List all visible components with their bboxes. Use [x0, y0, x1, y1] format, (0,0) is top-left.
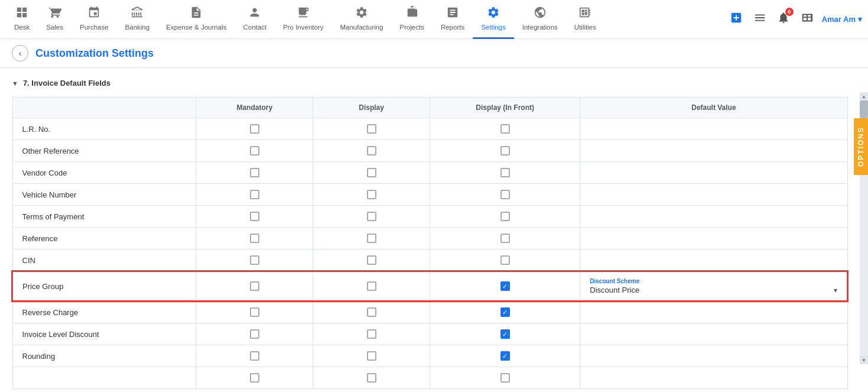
display-front-checkbox-terms-of-payment[interactable]: [500, 212, 510, 221]
nav-label-banking: Banking: [125, 24, 150, 31]
display-checkbox-price-group[interactable]: [367, 281, 376, 291]
top-nav: Desk Sales Purchase Banking Expense & Jo…: [0, 0, 868, 39]
display-front-checkbox-reference[interactable]: [500, 234, 510, 243]
add-button[interactable]: [727, 9, 745, 30]
default-value-cell-reference: [580, 228, 847, 250]
customize-button[interactable]: [751, 9, 769, 30]
table-row: Reverse Charge ✓: [12, 301, 847, 323]
display-front-cell-cin: [430, 250, 580, 272]
display-front-cell-terms-of-payment: [430, 206, 580, 228]
default-value-cell-rounding: [580, 345, 847, 367]
content-area: ▼ 7. Invoice Default Fields Mandatory Di…: [0, 68, 868, 392]
reports-icon: [446, 6, 459, 22]
section-label: 7. Invoice Default Fields: [23, 79, 110, 88]
display-checkbox-reverse-charge[interactable]: [367, 307, 376, 317]
display-checkbox-lr-no[interactable]: [367, 124, 376, 134]
display-front-checkbox-vendor-code[interactable]: [500, 168, 510, 177]
mandatory-cell-invoice-level-discount: [196, 323, 313, 345]
nav-item-integrations[interactable]: Integrations: [514, 0, 566, 39]
mandatory-cell-other-reference: [196, 140, 313, 162]
desk-icon: [15, 6, 28, 22]
default-value-cell-cin: [580, 250, 847, 272]
nav-item-settings[interactable]: Settings: [473, 0, 514, 39]
display-front-checkbox-rounding[interactable]: ✓: [500, 351, 510, 361]
display-checkbox-cin[interactable]: [367, 255, 376, 265]
nav-item-manufacturing[interactable]: Manufacturing: [331, 0, 391, 39]
display-front-checkbox-reverse-charge[interactable]: ✓: [500, 307, 510, 317]
mandatory-checkbox-reference[interactable]: [250, 234, 259, 243]
scroll-down-button[interactable]: ▼: [860, 356, 868, 364]
display-checkbox-vendor-code[interactable]: [367, 168, 376, 177]
mandatory-cell-reference: [196, 228, 313, 250]
nav-item-utilities[interactable]: Utilities: [566, 0, 604, 39]
nav-item-reports[interactable]: Reports: [433, 0, 473, 39]
settings-icon: [487, 6, 500, 22]
nav-item-proinventory[interactable]: Pro Inventory: [275, 0, 331, 39]
nav-item-expense[interactable]: Expense & Journals: [158, 0, 235, 39]
display-checkbox-terms-of-payment[interactable]: [367, 212, 376, 221]
svg-rect-1: [22, 8, 27, 12]
display-checkbox-reference[interactable]: [367, 234, 376, 243]
table-row: Vendor Code: [12, 162, 847, 184]
mandatory-checkbox-reverse-charge[interactable]: [250, 307, 259, 317]
display-front-cell-price-group: ✓: [430, 271, 580, 301]
display-checkbox-invoice-level-discount[interactable]: [367, 329, 376, 339]
mandatory-checkbox-lr-no[interactable]: [250, 124, 259, 134]
contact-icon: [248, 6, 261, 22]
default-value-dropdown-price-group[interactable]: Discount Price ▾: [590, 286, 837, 294]
table-row: Terms of Payment: [12, 206, 847, 228]
options-tab[interactable]: OPTIONS: [854, 118, 868, 175]
display-front-checkbox-invoice-level-discount[interactable]: ✓: [500, 329, 510, 339]
display-cell-price-group: [313, 271, 430, 301]
nav-label-proinventory: Pro Inventory: [283, 24, 323, 31]
nav-item-purchase[interactable]: Purchase: [71, 0, 117, 39]
utilities-icon: [578, 6, 591, 22]
layout-button[interactable]: [798, 9, 816, 30]
display-front-checkbox-other-reference[interactable]: [500, 146, 510, 155]
nav-item-sales[interactable]: Sales: [38, 0, 71, 39]
section-header[interactable]: ▼ 7. Invoice Default Fields: [12, 74, 856, 92]
mandatory-checkbox-invoice-level-discount[interactable]: [250, 329, 259, 339]
mandatory-checkbox-vendor-code[interactable]: [250, 168, 259, 177]
nav-item-desk[interactable]: Desk: [6, 0, 38, 39]
user-menu-button[interactable]: Amar Am ▾: [822, 15, 862, 24]
scroll-thumb[interactable]: [860, 101, 868, 118]
settings-table: Mandatory Display Display (In Front) Def…: [12, 97, 848, 389]
display-checkbox-extra[interactable]: [367, 373, 376, 383]
display-front-checkbox-cin[interactable]: [500, 255, 510, 265]
display-front-cell-reverse-charge: ✓: [430, 301, 580, 323]
svg-rect-2: [17, 13, 21, 17]
nav-item-contact[interactable]: Contact: [235, 0, 275, 39]
display-cell-reference: [313, 228, 430, 250]
purchase-icon: [87, 6, 100, 22]
mandatory-checkbox-extra[interactable]: [250, 373, 259, 383]
nav-item-projects[interactable]: Projects: [391, 0, 433, 39]
scroll-up-button[interactable]: ▲: [860, 92, 868, 101]
display-checkbox-rounding[interactable]: [367, 351, 376, 361]
display-front-checkbox-extra[interactable]: [500, 373, 510, 383]
mandatory-checkbox-cin[interactable]: [250, 255, 259, 265]
mandatory-checkbox-vehicle-number[interactable]: [250, 190, 259, 199]
row-label-invoice-level-discount: Invoice Level Discount: [12, 323, 196, 345]
notification-button[interactable]: 0: [775, 9, 792, 30]
display-checkbox-vehicle-number[interactable]: [367, 190, 376, 199]
mandatory-checkbox-price-group[interactable]: [250, 281, 259, 291]
display-checkbox-other-reference[interactable]: [367, 146, 376, 155]
mandatory-checkbox-rounding[interactable]: [250, 351, 259, 361]
nav-label-projects: Projects: [399, 24, 424, 31]
display-front-checkbox-vehicle-number[interactable]: [500, 190, 510, 199]
projects-icon: [405, 6, 418, 22]
default-value-cell-other-reference: [580, 140, 847, 162]
display-cell-other-reference: [313, 140, 430, 162]
display-front-checkbox-lr-no[interactable]: [500, 124, 510, 134]
back-button[interactable]: ‹: [12, 45, 28, 61]
display-front-checkbox-price-group[interactable]: ✓: [500, 281, 510, 291]
mandatory-checkbox-other-reference[interactable]: [250, 146, 259, 155]
nav-item-banking[interactable]: Banking: [117, 0, 158, 39]
mandatory-checkbox-terms-of-payment[interactable]: [250, 212, 259, 221]
col-header-default-value: Default Value: [580, 98, 847, 118]
table-container: Mandatory Display Display (In Front) Def…: [12, 97, 848, 389]
display-cell-extra: [313, 367, 430, 389]
table-row: L.R. No.: [12, 118, 847, 140]
nav-label-expense: Expense & Journals: [166, 24, 226, 31]
